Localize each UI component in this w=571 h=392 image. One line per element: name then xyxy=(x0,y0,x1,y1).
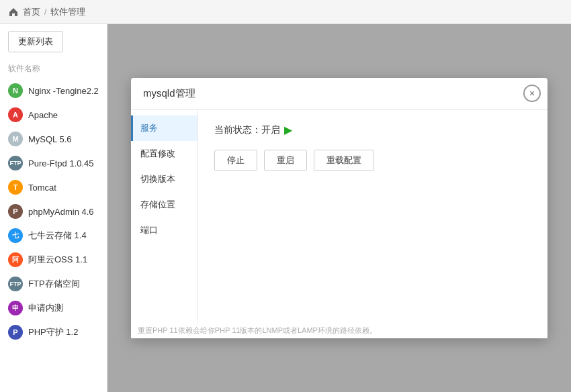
sidebar-item-label: 阿里云OSS 1.1 xyxy=(28,254,87,266)
topbar: 首页 / 软件管理 xyxy=(0,0,571,24)
bottom-hint-text: 重置PHP 11依赖会给你PHP 11版本的LNMP或者LAMP环境的路径依赖。 xyxy=(138,326,377,336)
action-buttons: 停止 重启 重载配置 xyxy=(214,150,531,171)
modal-nav-service[interactable]: 服务 xyxy=(131,115,197,141)
mysql-icon: M xyxy=(8,132,23,146)
status-text: 当前状态：开启 xyxy=(214,124,280,136)
sidebar-item-ftpstorage[interactable]: FTP FTP存储空间 xyxy=(0,272,107,296)
sidebar-item-apache[interactable]: A Apache xyxy=(0,103,107,127)
sidebar-section-title: 软件名称 xyxy=(0,60,107,79)
modal-body: 服务 配置修改 切换版本 存储位置 端口 xyxy=(131,110,547,338)
sidebar-item-aliyunoss[interactable]: 阿 阿里云OSS 1.1 xyxy=(0,248,107,272)
modal-header: mysqld管理 xyxy=(131,78,547,110)
sidebar-item-label: Tomcat xyxy=(28,183,56,193)
status-arrow-icon: ▶ xyxy=(284,124,292,136)
sidebar-item-label: FTP存储空间 xyxy=(28,278,80,290)
modal-nav: 服务 配置修改 切换版本 存储位置 端口 xyxy=(131,110,198,338)
modal-nav-storage[interactable]: 存储位置 xyxy=(131,192,197,217)
sidebar-item-beta[interactable]: 申 申请内测 xyxy=(0,296,107,320)
restart-button[interactable]: 重启 xyxy=(264,150,307,171)
sidebar: 更新列表 软件名称 N Nginx -Tengine2.2 A Apache M… xyxy=(0,24,107,392)
topbar-separator: / xyxy=(44,7,46,17)
modal-dialog: mysqld管理 × 服务 配置修改 切换版本 xyxy=(131,78,547,338)
sidebar-item-label: MySQL 5.6 xyxy=(28,134,72,144)
ftpstorage-icon: FTP xyxy=(8,277,23,291)
content-area: mysqld管理 × 服务 配置修改 切换版本 xyxy=(107,24,571,392)
sidebar-item-nginx[interactable]: N Nginx -Tengine2.2 xyxy=(0,79,107,103)
topbar-home-link[interactable]: 首页 xyxy=(23,6,40,18)
aliyunoss-icon: 阿 xyxy=(8,252,23,267)
modal-close-button[interactable]: × xyxy=(523,85,541,102)
home-icon[interactable] xyxy=(8,7,19,17)
bottom-hint: 重置PHP 11依赖会给你PHP 11版本的LNMP或者LAMP环境的路径依赖。 xyxy=(131,317,547,338)
sidebar-item-qiniu[interactable]: 七 七牛云存储 1.4 xyxy=(0,224,107,248)
qiniu-icon: 七 xyxy=(8,228,23,243)
update-list-button[interactable]: 更新列表 xyxy=(8,31,63,52)
sidebar-item-label: phpMyAdmin 4.6 xyxy=(28,207,94,217)
sidebar-item-mysql[interactable]: M MySQL 5.6 xyxy=(0,127,107,151)
sidebar-item-label: PHP守护 1.2 xyxy=(28,326,78,338)
tomcat-icon: T xyxy=(8,180,23,195)
modal-nav-port[interactable]: 端口 xyxy=(131,217,197,243)
sidebar-item-label: Pure-Ftpd 1.0.45 xyxy=(28,158,94,168)
modal-service-panel: 当前状态：开启 ▶ 停止 重启 重载配置 xyxy=(198,110,547,338)
sidebar-item-label: 申请内测 xyxy=(28,302,63,314)
modal-nav-config[interactable]: 配置修改 xyxy=(131,141,197,166)
sidebar-item-phpguard[interactable]: P PHP守护 1.2 xyxy=(0,320,107,344)
pureftpd-icon: FTP xyxy=(8,156,23,170)
modal-overlay: mysqld管理 × 服务 配置修改 切换版本 xyxy=(107,24,571,392)
sidebar-item-phpmyadmin[interactable]: P phpMyAdmin 4.6 xyxy=(0,199,107,224)
sidebar-item-tomcat[interactable]: T Tomcat xyxy=(0,175,107,199)
reload-config-button[interactable]: 重载配置 xyxy=(314,150,374,171)
sidebar-item-label: Nginx -Tengine2.2 xyxy=(28,86,99,96)
sidebar-item-pureftpd[interactable]: FTP Pure-Ftpd 1.0.45 xyxy=(0,151,107,175)
topbar-section-link[interactable]: 软件管理 xyxy=(50,6,85,18)
stop-button[interactable]: 停止 xyxy=(214,150,257,171)
phpmyadmin-icon: P xyxy=(8,204,23,219)
apache-icon: A xyxy=(8,107,23,122)
status-line: 当前状态：开启 ▶ xyxy=(214,124,531,136)
modal-title: mysqld管理 xyxy=(143,87,195,99)
modal-nav-version[interactable]: 切换版本 xyxy=(131,166,197,192)
nginx-icon: N xyxy=(8,83,23,98)
sidebar-item-label: Apache xyxy=(28,110,58,120)
sidebar-item-label: 七牛云存储 1.4 xyxy=(28,230,87,242)
phpguard-icon: P xyxy=(8,325,23,340)
beta-icon: 申 xyxy=(8,301,23,315)
main-layout: 更新列表 软件名称 N Nginx -Tengine2.2 A Apache M… xyxy=(0,24,571,392)
